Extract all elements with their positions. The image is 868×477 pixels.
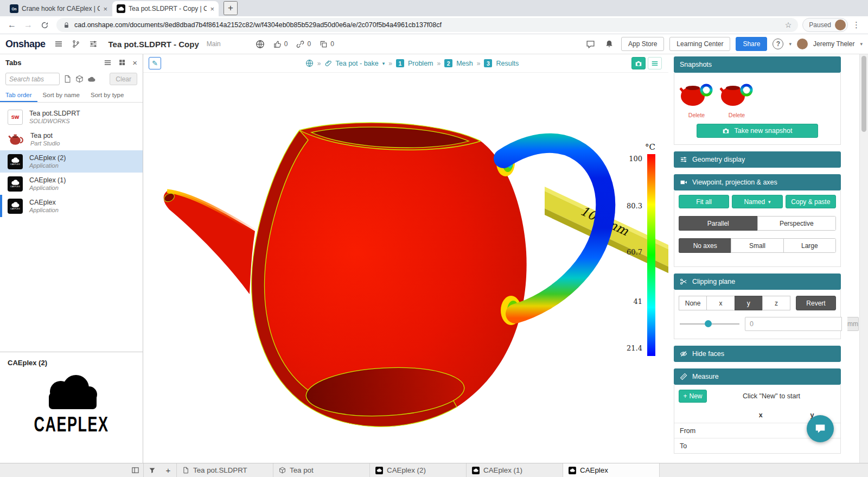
browser-tab-1[interactable]: On Crane hook for CAEplex | CA × bbox=[5, 1, 112, 16]
close-panel-icon[interactable]: × bbox=[132, 58, 137, 67]
bookmark-star-icon[interactable]: ☆ bbox=[785, 21, 792, 29]
sort-tab-order[interactable]: Tab order bbox=[0, 88, 37, 102]
forward-button[interactable]: → bbox=[21, 18, 36, 32]
learning-center-button[interactable]: Learning Center bbox=[669, 37, 730, 51]
workspace-name[interactable]: Main bbox=[207, 40, 221, 48]
new-tab-button[interactable]: + bbox=[224, 1, 238, 15]
likes-count[interactable]: 0 bbox=[273, 40, 288, 48]
snapshots-header[interactable]: Snapshots bbox=[674, 56, 841, 73]
clipping-plane-section: Clipping plane None x y z Revert bbox=[674, 274, 841, 339]
clip-x-button[interactable]: x bbox=[706, 296, 735, 310]
bottom-tab-caeplex-2[interactable]: CAEplex (2) bbox=[370, 463, 467, 477]
viewpoint-header[interactable]: Viewpoint, projection & axes bbox=[674, 174, 841, 190]
filter-application-icon[interactable] bbox=[87, 77, 95, 82]
add-tab-button[interactable]: + bbox=[160, 463, 176, 477]
scrollbar-thumb[interactable] bbox=[861, 56, 866, 132]
tab-item-teapot[interactable]: Tea potPart Studio bbox=[0, 128, 143, 150]
clip-none-button[interactable]: None bbox=[679, 296, 707, 310]
breadcrumb-document[interactable]: Tea pot - bake bbox=[336, 60, 379, 67]
measure-header[interactable]: Measure bbox=[674, 368, 841, 385]
public-globe-icon[interactable] bbox=[256, 40, 265, 49]
small-axes-button[interactable]: Small bbox=[731, 238, 783, 253]
clip-z-button[interactable]: z bbox=[762, 296, 790, 310]
named-views-button[interactable]: Named ▾ bbox=[732, 195, 782, 208]
screenshot-camera-button[interactable] bbox=[631, 57, 646, 69]
help-caret-icon[interactable]: ▾ bbox=[789, 41, 792, 47]
large-axes-button[interactable]: Large bbox=[783, 238, 836, 253]
user-avatar[interactable] bbox=[797, 39, 808, 49]
edit-pencil-button[interactable]: ✎ bbox=[149, 57, 161, 69]
measure-col-x: x bbox=[737, 411, 784, 419]
main-menu-icon[interactable] bbox=[52, 37, 65, 50]
comments-icon[interactable] bbox=[584, 37, 597, 50]
3d-scene[interactable]: 100 mm bbox=[143, 73, 668, 463]
filter-assembly-icon[interactable] bbox=[75, 75, 84, 83]
hide-faces-header[interactable]: Hide faces bbox=[674, 346, 841, 362]
take-new-snapshot-button[interactable]: Take new snapshot bbox=[697, 124, 818, 138]
page-scrollbar[interactable] bbox=[859, 54, 868, 463]
tab-item-caeplex-1[interactable]: CAEPLEX CAEplex (1)Application bbox=[0, 173, 143, 195]
tab-manager-icon[interactable] bbox=[127, 463, 143, 477]
caret-down-icon[interactable]: ▾ bbox=[382, 61, 385, 66]
forks-count[interactable]: 0 bbox=[320, 40, 334, 48]
filter-partstudio-icon[interactable] bbox=[63, 75, 72, 83]
snapshot-thumb-1[interactable]: Delete bbox=[679, 78, 714, 118]
filter-tabs-icon[interactable] bbox=[144, 463, 160, 477]
breadcrumb-results[interactable]: Results bbox=[496, 60, 519, 67]
breadcrumb-mesh[interactable]: Mesh bbox=[456, 60, 473, 67]
onshape-logo[interactable]: Onshape bbox=[5, 39, 46, 50]
breadcrumb-problem[interactable]: Problem bbox=[408, 60, 433, 67]
revert-clip-button[interactable]: Revert bbox=[796, 296, 836, 310]
clipping-plane-header[interactable]: Clipping plane bbox=[674, 274, 841, 290]
browser-tab-2[interactable]: Tea pot.SLDPRT - Copy | CAE × bbox=[112, 1, 219, 16]
notifications-bell-icon[interactable] bbox=[603, 37, 616, 50]
fit-all-button[interactable]: Fit all bbox=[679, 195, 729, 208]
slider-knob[interactable] bbox=[705, 320, 712, 327]
list-view-icon[interactable] bbox=[104, 59, 112, 67]
address-bar[interactable]: cad.onshape.com/documents/8ed8dbad7b4f86… bbox=[56, 18, 798, 32]
chat-bubble-button[interactable] bbox=[807, 415, 834, 442]
back-button[interactable]: ← bbox=[4, 18, 20, 32]
versions-icon[interactable] bbox=[69, 37, 82, 50]
results-list-button[interactable] bbox=[648, 57, 662, 69]
geometry-display-header[interactable]: Geometry display bbox=[674, 151, 841, 168]
snapshot-thumb-2[interactable]: Delete bbox=[719, 78, 755, 118]
browser-menu-icon[interactable]: ⋮ bbox=[849, 20, 864, 30]
globe-icon[interactable] bbox=[305, 59, 314, 67]
search-tabs-input[interactable] bbox=[5, 73, 60, 85]
tab-item-caeplex-2[interactable]: CAEPLEX CAEplex (2)Application bbox=[0, 150, 143, 173]
grid-view-icon[interactable] bbox=[118, 59, 126, 66]
bottom-tab-teapot[interactable]: Tea pot bbox=[273, 463, 370, 477]
new-measure-button[interactable]: + New bbox=[679, 390, 707, 403]
clip-y-button[interactable]: y bbox=[735, 296, 763, 310]
tab-close-icon[interactable]: × bbox=[103, 5, 107, 13]
reload-button[interactable] bbox=[37, 18, 52, 32]
parallel-projection-button[interactable]: Parallel bbox=[679, 216, 758, 231]
tab-item-caeplex[interactable]: CAEPLEX CAEplexApplication bbox=[0, 195, 143, 217]
attachment-icon[interactable] bbox=[325, 60, 332, 67]
perspective-projection-button[interactable]: Perspective bbox=[757, 216, 837, 231]
feature-list-icon[interactable] bbox=[87, 37, 100, 50]
no-axes-button[interactable]: No axes bbox=[679, 238, 731, 253]
bottom-tab-caeplex-1[interactable]: CAEplex (1) bbox=[467, 463, 563, 477]
user-caret-icon[interactable]: ▾ bbox=[860, 41, 863, 47]
user-name[interactable]: Jeremy Theler bbox=[813, 40, 854, 48]
app-store-button[interactable]: App Store bbox=[621, 37, 664, 51]
clear-filter-button[interactable]: Clear bbox=[110, 73, 137, 85]
tab-item-teapot-sldprt[interactable]: SW Tea pot.SLDPRTSOLIDWORKS bbox=[0, 106, 143, 128]
bottom-tab-caeplex[interactable]: CAEplex bbox=[563, 463, 660, 477]
help-icon[interactable]: ? bbox=[773, 39, 783, 49]
clip-position-slider[interactable] bbox=[680, 320, 739, 328]
sort-by-name[interactable]: Sort by name bbox=[37, 88, 85, 102]
bottom-tab-teapot-sldprt[interactable]: Tea pot.SLDPRT bbox=[177, 463, 273, 477]
sort-by-type[interactable]: Sort by type bbox=[85, 88, 129, 102]
copy-paste-button[interactable]: Copy & paste bbox=[786, 195, 836, 208]
sync-paused-badge[interactable]: Paused bbox=[802, 18, 848, 32]
clip-offset-input[interactable] bbox=[745, 317, 842, 331]
links-count[interactable]: 0 bbox=[296, 40, 311, 48]
delete-snapshot-link[interactable]: Delete bbox=[688, 112, 705, 118]
tab-close-icon[interactable]: × bbox=[210, 5, 214, 13]
share-button[interactable]: Share bbox=[736, 37, 767, 51]
element-tab-bar: + Tea pot.SLDPRT Tea pot CAEplex (2) CAE… bbox=[0, 463, 868, 477]
delete-snapshot-link[interactable]: Delete bbox=[729, 112, 745, 118]
